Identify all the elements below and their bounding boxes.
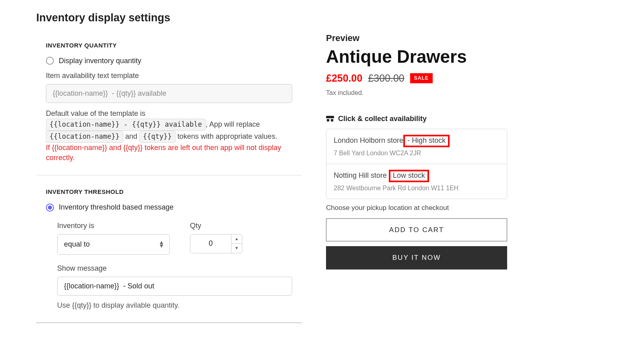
sale-badge: SALE (410, 73, 433, 83)
store-name: London Holborn store (334, 136, 403, 144)
stock-status-highlighted: - High stock (403, 135, 450, 148)
buy-now-button[interactable]: BUY IT NOW (326, 246, 507, 269)
inventory-is-label: Inventory is (57, 221, 170, 231)
display-quantity-label: Display inventory quantity (59, 56, 141, 66)
preview-label: Preview (326, 32, 507, 45)
store-address: 7 Bell Yard London WC2A 2JR (334, 149, 500, 158)
product-title: Antique Drawers (326, 47, 507, 66)
qty-token-inline: {{qty}} (72, 301, 91, 309)
tax-note: Tax included. (326, 88, 507, 97)
availability-header: Click & collect availability (338, 114, 427, 124)
show-message-input[interactable] (57, 277, 292, 296)
add-to-cart-button[interactable]: ADD TO CART (326, 218, 507, 242)
template-input[interactable] (46, 84, 292, 103)
template-warning: If {{location-name}} and {{qty}} tokens … (46, 144, 281, 162)
threshold-message-radio[interactable] (46, 204, 54, 212)
original-price: £300.00 (368, 71, 404, 85)
qty-increment-button[interactable]: ▲ (231, 234, 242, 244)
inventory-threshold-section: INVENTORY THRESHOLD Inventory threshold … (36, 187, 302, 323)
page-title: Inventory display settings (36, 10, 302, 26)
operator-select[interactable]: equal to (57, 234, 170, 255)
template-hint: Default value of the template is {{locat… (46, 109, 292, 163)
default-template-code: {{location-name}} - {{qty}} available (46, 119, 206, 131)
qty-decrement-button[interactable]: ▼ (231, 244, 242, 253)
store-name: Notting Hill store (334, 171, 389, 179)
store-row[interactable]: London Holborn store - High stock 7 Bell… (326, 129, 507, 164)
sale-price: £250.00 (326, 71, 362, 85)
location-token-code: {{location-name}} (46, 131, 123, 143)
threshold-message-label: Inventory threshold based message (59, 202, 173, 212)
qty-label: Qty (190, 221, 242, 231)
qty-token-code: {{qty}} (139, 131, 175, 143)
qty-value[interactable]: 0 (190, 234, 231, 253)
store-icon (326, 116, 334, 121)
template-field-label: Item availability text template (46, 71, 292, 81)
inventory-quantity-header: INVENTORY QUANTITY (46, 41, 292, 49)
inventory-threshold-header: INVENTORY THRESHOLD (46, 187, 292, 196)
store-address: 282 Westbourne Park Rd London W11 1EH (334, 184, 500, 193)
inventory-quantity-section: INVENTORY QUANTITY Display inventory qua… (36, 41, 302, 176)
show-message-hint: Use {{qty}} to display avilable quantity… (57, 300, 292, 311)
availability-box: London Holborn store - High stock 7 Bell… (326, 129, 507, 199)
display-quantity-radio[interactable] (46, 57, 54, 65)
pickup-note: Choose your pickup location at checkout (326, 203, 507, 213)
stock-status-highlighted: Low stock (389, 170, 429, 183)
show-message-label: Show message (57, 263, 292, 274)
store-row[interactable]: Notting Hill store Low stock 282 Westbou… (326, 164, 507, 199)
qty-stepper[interactable]: 0 ▲ ▼ (190, 234, 242, 253)
